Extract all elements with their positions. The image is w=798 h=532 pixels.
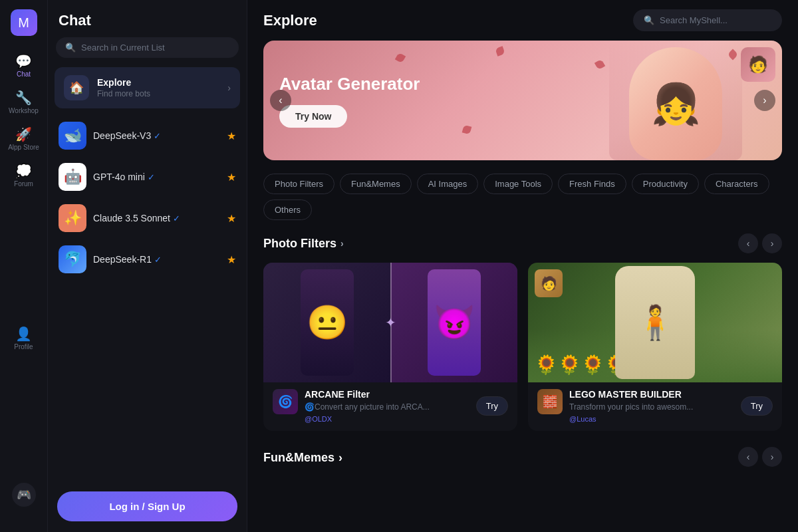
verified-badge: ✓ <box>154 131 161 141</box>
sidebar-item-workshop[interactable]: 🔧 Workshop <box>0 84 47 121</box>
category-filters: Photo Filters Fun&Memes AI Images Image … <box>263 174 782 220</box>
bot-name-deepseek-v3: DeepSeek-V3 ✓ <box>93 130 161 141</box>
bot-name-claude: Claude 3.5 Sonnet ✓ <box>93 213 180 223</box>
hero-text: Avatar Generator Try Now <box>279 74 420 128</box>
fun-memes-title[interactable]: Fun&Memes › <box>263 451 342 465</box>
filter-image-tools[interactable]: Image Tools <box>483 174 553 194</box>
bot-list: 🐋 DeepSeek-V3 ✓ ★ 🤖 GPT-4o mini ✓ ★ <box>48 115 247 280</box>
sidebar-item-label: Chat <box>17 70 31 78</box>
section-nav: ‹ › <box>738 233 782 253</box>
discord-icon: 🎮 <box>17 487 31 502</box>
filter-ai-images[interactable]: AI Images <box>417 174 479 194</box>
filter-others[interactable]: Others <box>263 200 312 220</box>
chat-panel-title: Chat <box>48 0 247 37</box>
hero-character: 👧 <box>609 41 742 160</box>
arcane-try-button[interactable]: Try <box>476 396 508 416</box>
global-search-bar[interactable]: 🔍 <box>633 9 782 31</box>
bot-item-claude[interactable]: ✨ Claude 3.5 Sonnet ✓ ★ <box>52 198 243 239</box>
sidebar-item-appstore[interactable]: 🚀 Alpp Store <box>0 121 47 158</box>
verified-badge: ✓ <box>148 172 155 182</box>
filter-productivity[interactable]: Productivity <box>632 174 699 194</box>
star-icon[interactable]: ★ <box>227 130 236 142</box>
bot-avatar-deepseek-v3: 🐋 <box>59 122 86 150</box>
lego-card-author: @Lucas <box>569 415 734 423</box>
hero-user-pic: 🧑 <box>741 47 775 82</box>
search-input[interactable] <box>81 43 229 53</box>
icon-sidebar: M 💬 Chat 🔧 Workshop 🚀 Alpp Store 💭 Forum… <box>0 0 48 532</box>
sidebar-item-label: Forum <box>14 180 33 188</box>
search-bar[interactable]: 🔍 <box>56 37 239 58</box>
bot-avatar-deepseek-r1: 🐬 <box>59 245 86 273</box>
forum-icon: 💭 <box>15 164 32 178</box>
lego-card-image: 🧑 🧍 🌻🌻🌻🌻🌻 <box>528 263 782 382</box>
fun-next-button[interactable]: › <box>762 447 782 467</box>
spark-icon: ✦ <box>385 315 396 331</box>
bot-avatar-claude: ✨ <box>59 204 86 232</box>
verified-badge: ✓ <box>154 255 162 265</box>
bot-name-deepseek-r1: DeepSeek-R1 ✓ <box>93 254 162 265</box>
hero-try-button[interactable]: Try Now <box>279 105 347 128</box>
chat-icon: 💬 <box>15 55 32 68</box>
lego-card-desc: Transform your pics into awesom... <box>569 402 734 413</box>
arcane-card-author: @OLDX <box>305 415 469 423</box>
section-prev-button[interactable]: ‹ <box>738 233 758 253</box>
hero-title: Avatar Generator <box>279 74 420 94</box>
star-icon[interactable]: ★ <box>227 253 236 266</box>
lego-figure: 🧍 <box>615 266 695 379</box>
arcane-card-desc: 🌀Convert any picture into ARCA... <box>305 402 469 413</box>
sidebar-item-forum[interactable]: 💭 Forum <box>0 158 47 194</box>
app-logo[interactable]: M <box>11 9 37 36</box>
photo-filters-section-header: Photo Filters › ‹ › <box>263 233 782 253</box>
hero-prev-button[interactable]: ‹ <box>270 90 291 111</box>
login-button[interactable]: Log in / Sign Up <box>57 491 237 521</box>
photo-filters-title[interactable]: Photo Filters › <box>263 237 344 251</box>
arcane-bot-avatar: 🌀 <box>273 389 298 414</box>
section-title-arrow: › <box>338 451 342 465</box>
sidebar-item-label: Workshop <box>9 107 39 114</box>
bot-item-deepseek-r1[interactable]: 🐬 DeepSeek-R1 ✓ ★ <box>52 239 243 280</box>
filter-photo-filters[interactable]: Photo Filters <box>263 174 334 194</box>
bot-name-gpt4o: GPT-4o mini ✓ <box>93 172 155 182</box>
card-lego[interactable]: 🧑 🧍 🌻🌻🌻🌻🌻 🧱 LEGO MASTER BUILDER Transfor… <box>528 263 782 431</box>
global-search-input[interactable] <box>660 15 771 25</box>
card-arcane[interactable]: 😐 😈 ✦ 🌀 ARCANE Filter 🌀Convert any pictu… <box>263 263 517 431</box>
sidebar-item-label: Alpp Store <box>8 144 39 151</box>
sidebar-item-label: Profile <box>14 343 33 350</box>
bot-item-deepseek-v3[interactable]: 🐋 DeepSeek-V3 ✓ ★ <box>52 115 243 156</box>
filter-fun-memes[interactable]: Fun&Memes <box>340 174 412 194</box>
explore-page-title: Explore <box>263 12 317 29</box>
chat-panel: Chat 🔍 🏠 Explore Find more bots › 🐋 Deep… <box>48 0 247 532</box>
top-bar: Explore 🔍 <box>247 0 798 41</box>
section-title-arrow: › <box>340 238 344 249</box>
explore-item[interactable]: 🏠 Explore Find more bots › <box>55 67 240 108</box>
star-icon[interactable]: ★ <box>227 212 236 225</box>
hero-banner: Avatar Generator Try Now 👧 🧑 ‹ › <box>263 41 782 160</box>
appstore-icon: 🚀 <box>15 128 32 141</box>
star-icon[interactable]: ★ <box>227 171 236 184</box>
explore-text: Explore Find more bots <box>97 77 150 98</box>
main-content: Explore 🔍 Avatar Generator Try Now 👧 <box>247 0 798 532</box>
workshop-icon: 🔧 <box>15 91 32 104</box>
bot-item-gpt4o[interactable]: 🤖 GPT-4o mini ✓ ★ <box>52 156 243 198</box>
hero-next-button[interactable]: › <box>754 90 775 111</box>
photo-filters-cards: 😐 😈 ✦ 🌀 ARCANE Filter 🌀Convert any pictu… <box>263 263 782 431</box>
hero-figure: 👧 <box>629 47 722 160</box>
explore-title: Explore <box>97 77 150 88</box>
bot-avatar-gpt4o: 🤖 <box>59 163 86 191</box>
lego-bot-avatar: 🧱 <box>537 389 563 414</box>
section-next-button[interactable]: › <box>762 233 782 253</box>
explore-item-left: 🏠 Explore Find more bots <box>64 75 150 100</box>
discord-button[interactable]: 🎮 <box>12 483 36 507</box>
lego-user-pic: 🧑 <box>535 269 563 297</box>
lego-try-button[interactable]: Try <box>741 396 773 416</box>
fun-section-nav: ‹ › <box>738 447 782 467</box>
lego-card-name: LEGO MASTER BUILDER <box>569 389 734 400</box>
fun-memes-section-header: Fun&Memes › ‹ › <box>263 447 782 467</box>
sidebar-item-chat[interactable]: 💬 Chat <box>0 48 47 84</box>
fun-prev-button[interactable]: ‹ <box>738 447 758 467</box>
sidebar-item-profile[interactable]: 👤 Profile <box>0 321 47 357</box>
filter-characters[interactable]: Characters <box>704 174 769 194</box>
explore-scroll-area: Avatar Generator Try Now 👧 🧑 ‹ › Photo F… <box>247 41 798 532</box>
filter-fresh-finds[interactable]: Fresh Finds <box>558 174 626 194</box>
arcane-card-name: ARCANE Filter <box>305 389 469 400</box>
